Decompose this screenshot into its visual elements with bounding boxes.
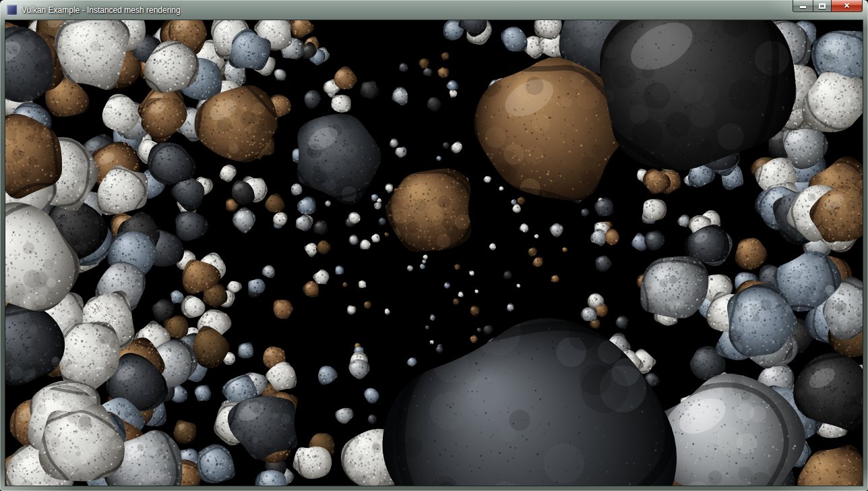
maximize-button[interactable] xyxy=(813,0,832,12)
app-window: Vulkan Example - Instanced mesh renderin… xyxy=(0,0,868,491)
titlebar[interactable]: Vulkan Example - Instanced mesh renderin… xyxy=(0,0,868,20)
viewport-frame xyxy=(5,20,863,486)
close-icon: ✕ xyxy=(844,2,850,9)
maximize-icon xyxy=(819,3,826,9)
close-button[interactable]: ✕ xyxy=(832,0,863,12)
minimize-icon xyxy=(800,6,806,8)
app-window-icon[interactable] xyxy=(7,5,18,16)
render-viewport[interactable] xyxy=(5,20,863,486)
minimize-button[interactable] xyxy=(793,0,813,12)
caption-buttons: ✕ xyxy=(793,0,863,12)
window-title: Vulkan Example - Instanced mesh renderin… xyxy=(22,0,181,20)
